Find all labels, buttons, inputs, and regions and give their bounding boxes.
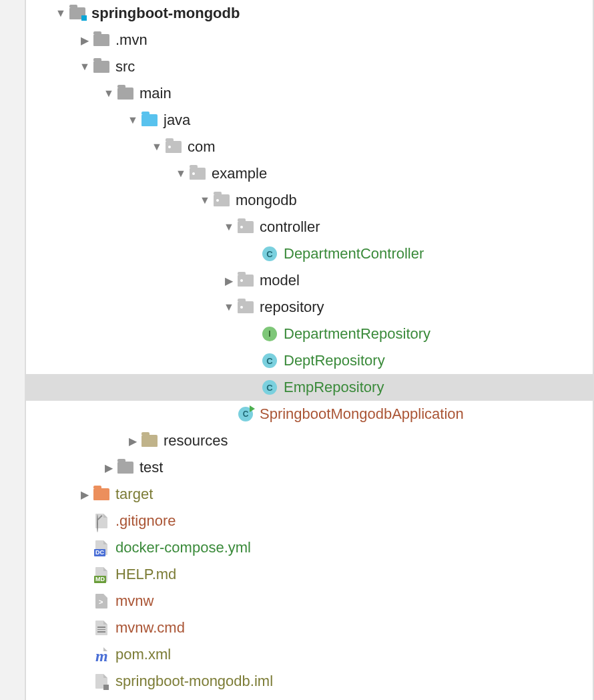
chevron-right-icon[interactable]: ▶: [77, 488, 93, 501]
package-folder-icon: [237, 273, 254, 288]
chevron-right-icon[interactable]: ▶: [221, 275, 237, 287]
folder-icon: [93, 59, 110, 74]
tree-item-label: DeptRepository: [284, 352, 385, 369]
tree-item-mvn[interactable]: ▶ .mvn: [26, 27, 593, 53]
tree-item-iml[interactable]: springboot-mongodb.iml: [26, 668, 593, 695]
excluded-folder-icon: [93, 487, 110, 502]
package-folder-icon: [165, 140, 182, 154]
tree-item-repository[interactable]: ▼ repository: [26, 294, 593, 321]
chevron-down-icon[interactable]: ▼: [173, 168, 189, 180]
tree-item-label: mongodb: [236, 192, 297, 209]
gitignore-file-icon: [93, 514, 110, 528]
project-tree: ▼ springboot-mongodb ▶ .mvn ▼ src ▼ main…: [25, 0, 594, 700]
tree-item-controller[interactable]: ▼ controller: [26, 214, 593, 240]
package-folder-icon: [237, 300, 254, 315]
tree-item-label: pom.xml: [115, 646, 171, 663]
tree-item-emp-repository[interactable]: C EmpRepository: [26, 374, 593, 401]
tree-item-label: model: [260, 272, 300, 289]
tree-item-model[interactable]: ▶ model: [26, 267, 593, 294]
tree-item-department-repository[interactable]: I DepartmentRepository: [26, 321, 593, 347]
runnable-class-icon: C: [237, 407, 254, 421]
tree-item-label: example: [212, 165, 267, 182]
package-folder-icon: [213, 193, 230, 208]
class-icon: C: [261, 380, 278, 395]
tree-item-label: repository: [260, 299, 324, 316]
tree-item-resources[interactable]: ▶ resources: [26, 427, 593, 454]
tree-item-target[interactable]: ▶ target: [26, 481, 593, 508]
tree-item-application[interactable]: C SpringbootMongodbApplication: [26, 401, 593, 427]
tree-item-mvnw[interactable]: > mvnw: [26, 588, 593, 615]
package-folder-icon: [189, 166, 206, 181]
chevron-down-icon[interactable]: ▼: [149, 141, 165, 153]
module-folder-icon: [69, 6, 86, 21]
tree-item-label: DepartmentRepository: [284, 325, 430, 343]
tree-item-label: springboot-mongodb.iml: [115, 673, 273, 690]
tree-item-label: .mvn: [115, 31, 147, 49]
tree-item-label: java: [164, 112, 190, 129]
chevron-right-icon[interactable]: ▶: [125, 435, 141, 448]
chevron-down-icon[interactable]: ▼: [101, 88, 117, 100]
tree-item-label: resources: [164, 432, 228, 450]
source-folder-icon: [141, 113, 158, 128]
tree-item-label: controller: [260, 218, 320, 236]
folder-icon: [117, 460, 134, 475]
chevron-down-icon[interactable]: ▼: [221, 221, 237, 233]
tree-item-label: docker-compose.yml: [115, 539, 251, 556]
tree-item-label: mvnw: [115, 592, 154, 610]
tree-item-example[interactable]: ▼ example: [26, 160, 593, 187]
tree-item-label: SpringbootMongodbApplication: [260, 405, 464, 423]
tree-item-label: springboot-mongodb: [91, 5, 240, 22]
chevron-down-icon[interactable]: ▼: [221, 301, 237, 313]
class-icon: C: [261, 353, 278, 368]
chevron-right-icon[interactable]: ▶: [101, 462, 117, 474]
text-file-icon: [93, 621, 110, 635]
tree-item-test[interactable]: ▶ test: [26, 454, 593, 481]
tree-item-dept-repository[interactable]: C DeptRepository: [26, 347, 593, 374]
markdown-file-icon: MD: [93, 567, 110, 582]
tree-item-label: mvnw.cmd: [115, 619, 185, 637]
tree-item-label: .gitignore: [115, 512, 176, 530]
interface-icon: I: [261, 327, 278, 341]
maven-file-icon: m: [93, 647, 110, 662]
chevron-down-icon[interactable]: ▼: [53, 7, 69, 19]
shell-file-icon: >: [93, 594, 110, 608]
docker-file-icon: DC: [93, 540, 110, 555]
folder-icon: [93, 33, 110, 47]
resources-folder-icon: [141, 433, 158, 448]
tree-item-label: com: [188, 138, 216, 156]
tree-item-main[interactable]: ▼ main: [26, 80, 593, 107]
tree-item-mvnw-cmd[interactable]: mvnw.cmd: [26, 615, 593, 641]
tree-item-label: test: [139, 459, 163, 476]
module-file-icon: [93, 674, 110, 689]
class-icon: C: [261, 246, 278, 261]
tree-item-com[interactable]: ▼ com: [26, 134, 593, 160]
tree-item-src[interactable]: ▼ src: [26, 53, 593, 80]
folder-icon: [117, 86, 134, 101]
tree-item-department-controller[interactable]: C DepartmentController: [26, 240, 593, 267]
tree-item-pom[interactable]: m pom.xml: [26, 641, 593, 668]
chevron-right-icon[interactable]: ▶: [77, 34, 93, 47]
tree-item-docker-compose[interactable]: DC docker-compose.yml: [26, 534, 593, 561]
tree-item-label: DepartmentController: [284, 245, 424, 262]
chevron-down-icon[interactable]: ▼: [197, 194, 213, 206]
tree-item-label: main: [139, 85, 172, 102]
tree-item-label: HELP.md: [115, 566, 176, 583]
tree-item-label: EmpRepository: [284, 379, 384, 396]
tree-item-label: target: [115, 486, 153, 503]
chevron-down-icon[interactable]: ▼: [77, 61, 93, 73]
tree-item-root[interactable]: ▼ springboot-mongodb: [26, 0, 593, 27]
tree-item-help[interactable]: MD HELP.md: [26, 561, 593, 588]
tree-item-java[interactable]: ▼ java: [26, 107, 593, 134]
chevron-down-icon[interactable]: ▼: [125, 114, 141, 126]
tree-item-mongodb[interactable]: ▼ mongodb: [26, 187, 593, 214]
tree-item-label: src: [115, 58, 135, 75]
package-folder-icon: [237, 220, 254, 234]
tree-item-gitignore[interactable]: .gitignore: [26, 508, 593, 534]
